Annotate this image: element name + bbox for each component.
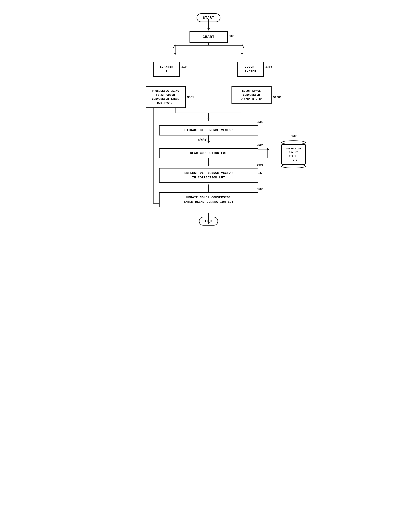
color-space-col: COLOR SPACECONVERSIONL*a*b*→R'G'B' S1201 (231, 86, 271, 104)
colorimeter-ref: 1303 (265, 65, 272, 69)
end-node: END (199, 217, 218, 226)
color-space-ref: S1201 (273, 96, 282, 99)
colorimeter-node: COLOR-IMETER (237, 62, 264, 77)
read-lut-ref: S504 (257, 144, 263, 147)
update-node-row: UPDATE COLOR CONVERSIONTABLE USING CORRE… (142, 192, 275, 207)
proc-colorspace-row: PROCESSING USINGFIRST COLORCONVERSION TA… (142, 86, 275, 108)
scanner-colorimeter-row: SCANNER1 110 COLOR-IMETER 1303 (142, 62, 275, 77)
proc-first-node: PROCESSING USINGFIRST COLORCONVERSION TA… (146, 86, 186, 108)
extract-node: EXTRACT DIFFERENCE VECTOR (159, 125, 258, 136)
chart-ref: 507 (229, 35, 234, 38)
cylinder-top (281, 140, 306, 145)
reflect-node-row: REFLECT DIFFERENCE VECTORIN CORRECTION L… (142, 168, 275, 183)
correction-ref: S508 (291, 135, 298, 138)
read-lut-node: READ CORRECTION LUT (159, 148, 258, 158)
correction-3dlut-node: CORRECTION3D-LUTR'G'B'→R'G'B' (281, 144, 306, 165)
cylinder-bottom (281, 164, 306, 168)
end-node-row: END (142, 217, 275, 226)
scanner-col: SCANNER1 110 (153, 62, 180, 77)
colorimeter-col: COLOR-IMETER 1303 (237, 62, 264, 77)
rgbp-label-row: R'G'B' (142, 138, 275, 141)
reflect-ref: S505 (257, 163, 263, 167)
read-lut-node-row: READ CORRECTION LUT S504 S508 CORRECTION… (142, 148, 275, 158)
reflect-node: REFLECT DIFFERENCE VECTORIN CORRECTION L… (159, 168, 258, 183)
scanner-ref: 110 (181, 65, 187, 69)
rgbp-label: R'G'B' (198, 138, 208, 141)
chart-node: CHART (189, 31, 228, 43)
update-ref: S506 (257, 188, 263, 191)
color-space-node: COLOR SPACECONVERSIONL*a*b*→R'G'B' (231, 86, 271, 104)
start-node-row: START (142, 8, 275, 22)
update-node: UPDATE COLOR CONVERSIONTABLE USING CORRE… (159, 192, 258, 207)
correction-3dlut-col: S508 CORRECTION3D-LUTR'G'B'→R'G'B' (281, 140, 306, 168)
extract-node-row: EXTRACT DIFFERENCE VECTOR S503 (142, 125, 275, 136)
chart-node-row: CHART 507 (142, 31, 275, 43)
scanner-node: SCANNER1 (153, 62, 180, 77)
start-node: START (197, 13, 220, 22)
proc-first-ref: S501 (187, 96, 194, 99)
flowchart-container: START CHART 507 SCANNER1 110 COLOR-IMETE… (142, 8, 275, 275)
extract-ref: S503 (257, 121, 263, 124)
proc-first-col: PROCESSING USINGFIRST COLORCONVERSION TA… (146, 86, 186, 108)
